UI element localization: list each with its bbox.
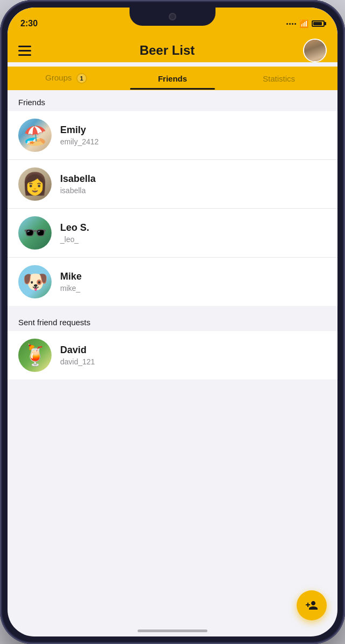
wifi-icon: 📶: [299, 19, 308, 28]
add-friend-icon: [305, 599, 318, 612]
screen-content: 2:30 📶 Beer List: [8, 8, 337, 636]
app-header: Beer List: [8, 34, 337, 62]
phone-frame: 2:30 📶 Beer List: [0, 0, 345, 644]
main-content: Friends Emily emily_2412: [8, 90, 337, 636]
friend-item-david[interactable]: David david_121: [8, 331, 337, 379]
hamburger-button[interactable]: [18, 46, 31, 56]
friend-username-david: david_121: [60, 357, 95, 366]
friends-section-header: Friends: [8, 90, 337, 111]
friend-item-leo[interactable]: Leo S. _leo_: [8, 209, 337, 258]
friend-username-mike: mike_: [60, 284, 82, 292]
tab-friends[interactable]: Friends: [119, 68, 226, 90]
friend-info-isabella: Isabella isabella: [60, 173, 96, 195]
status-time: 2:30: [20, 19, 38, 28]
home-indicator: [138, 630, 207, 632]
friend-avatar-leo: [18, 216, 52, 250]
friend-username-isabella: isabella: [60, 186, 96, 195]
friend-username-emily: emily_2412: [60, 137, 99, 146]
tab-groups[interactable]: Groups 1: [13, 67, 119, 90]
friend-name-david: David: [60, 345, 95, 356]
friend-username-leo: _leo_: [60, 235, 89, 244]
tab-bar: Groups 1 Friends Statistics: [8, 67, 337, 90]
content-scroll: Friends Emily emily_2412: [8, 90, 337, 636]
friend-info-david: David david_121: [60, 345, 95, 366]
tab-statistics[interactable]: Statistics: [226, 68, 332, 90]
friend-avatar-mike: [18, 265, 52, 298]
add-friend-button[interactable]: [297, 590, 327, 620]
app-title: Beer List: [140, 43, 195, 58]
status-icons: 📶: [286, 19, 325, 28]
sent-requests-list: David david_121: [8, 331, 337, 379]
friend-name-mike: Mike: [60, 271, 82, 282]
friend-info-mike: Mike mike_: [60, 271, 82, 292]
friend-item-mike[interactable]: Mike mike_: [8, 258, 337, 306]
avatar-image: [304, 40, 326, 61]
user-avatar[interactable]: [303, 39, 327, 62]
friend-item-isabella[interactable]: Isabella isabella: [8, 160, 337, 209]
sent-requests-section-header: Sent friend requests: [8, 310, 337, 331]
notch: [130, 8, 215, 26]
friend-info-leo: Leo S. _leo_: [60, 222, 89, 244]
phone-screen: 2:30 📶 Beer List: [8, 8, 337, 636]
friend-name-emily: Emily: [60, 125, 99, 136]
friends-list: Emily emily_2412 Isabella isabella: [8, 111, 337, 306]
friend-item-emily[interactable]: Emily emily_2412: [8, 111, 337, 160]
groups-badge: 1: [76, 73, 87, 84]
friend-name-leo: Leo S.: [60, 222, 89, 233]
friend-name-isabella: Isabella: [60, 173, 96, 185]
friend-avatar-david: [18, 339, 52, 372]
friend-info-emily: Emily emily_2412: [60, 125, 99, 146]
camera: [169, 13, 176, 20]
signal-icon: [286, 23, 296, 25]
battery-icon: [312, 20, 325, 27]
friend-avatar-emily: [18, 119, 52, 152]
friend-avatar-isabella: [18, 167, 52, 201]
